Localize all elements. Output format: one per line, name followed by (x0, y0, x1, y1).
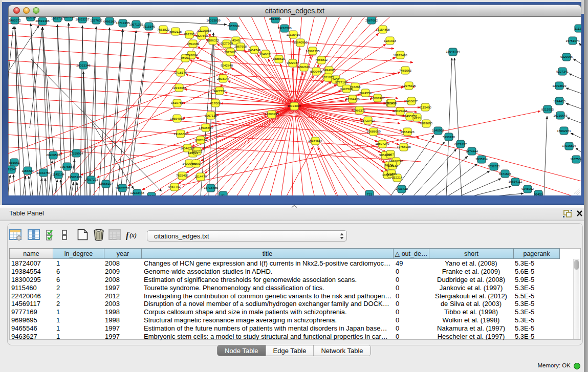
svg-text:1405572: 1405572 (9, 18, 21, 22)
svg-text:20053346: 20053346 (76, 63, 91, 67)
svg-text:1887834: 1887834 (194, 138, 207, 142)
svg-text:13535594: 13535594 (199, 126, 213, 129)
svg-text:18300295: 18300295 (265, 112, 279, 116)
svg-text:733: 733 (367, 192, 373, 195)
svg-text:7485063: 7485063 (399, 69, 412, 72)
svg-text:16033809: 16033809 (206, 18, 221, 22)
svg-text:7515546: 7515546 (143, 25, 156, 28)
svg-text:9844: 9844 (413, 116, 421, 119)
svg-text:903814: 903814 (26, 17, 36, 19)
svg-text:9327508: 9327508 (221, 41, 233, 45)
svg-text:1156829: 1156829 (21, 169, 34, 172)
svg-text:915132: 915132 (387, 164, 398, 167)
svg-text:188222: 188222 (192, 149, 203, 153)
svg-text:15692971: 15692971 (557, 129, 571, 133)
svg-text:18724007: 18724007 (287, 104, 301, 107)
svg-text:9245: 9245 (148, 194, 155, 195)
svg-text:20364436: 20364436 (345, 97, 360, 101)
svg-text:18654932: 18654932 (170, 117, 184, 120)
svg-text:8215955: 8215955 (541, 107, 554, 111)
svg-text:15751074: 15751074 (565, 39, 580, 42)
svg-text:10654112: 10654112 (508, 180, 522, 183)
svg-text:1244415: 1244415 (553, 99, 566, 103)
svg-text:9463627: 9463627 (405, 99, 418, 103)
svg-text:8454749: 8454749 (248, 48, 261, 52)
svg-text:3624554: 3624554 (359, 91, 372, 95)
svg-text:16782759: 16782759 (115, 186, 129, 190)
svg-text:8813054: 8813054 (269, 17, 282, 20)
svg-text:1527602: 1527602 (90, 18, 103, 22)
svg-text:1167534: 1167534 (570, 157, 581, 161)
svg-text:8186323: 8186323 (207, 38, 220, 42)
svg-text:9115460: 9115460 (419, 105, 431, 109)
svg-text:19218506: 19218506 (277, 26, 292, 30)
svg-text:16210643: 16210643 (553, 114, 568, 117)
svg-text:8471676: 8471676 (499, 172, 512, 176)
svg-text:252214: 252214 (392, 176, 403, 179)
svg-text:9457791: 9457791 (168, 185, 181, 188)
svg-text:1914479: 1914479 (194, 174, 207, 178)
svg-text:9245052: 9245052 (521, 187, 534, 190)
svg-text:1221313: 1221313 (384, 39, 397, 42)
svg-text:81: 81 (222, 193, 225, 195)
svg-text:6879197: 6879197 (454, 142, 467, 146)
svg-text:10025438: 10025438 (393, 109, 407, 113)
svg-text:9227341: 9227341 (556, 70, 569, 73)
svg-text:2803144: 2803144 (217, 77, 230, 80)
svg-text:6497508: 6497508 (340, 87, 353, 91)
svg-text:10973493: 10973493 (393, 53, 407, 57)
svg-text:15716485: 15716485 (204, 186, 218, 189)
svg-text:9427552: 9427552 (213, 89, 226, 93)
svg-text:7955812: 7955812 (315, 58, 328, 61)
svg-text:817006: 817006 (210, 101, 221, 105)
svg-text:7986372: 7986372 (353, 108, 366, 112)
svg-text:13226058: 13226058 (197, 29, 211, 32)
svg-text:6899695: 6899695 (420, 121, 433, 125)
svg-text:3267130: 3267130 (205, 114, 217, 117)
svg-text:19384554: 19384554 (308, 139, 322, 142)
svg-text:10975867: 10975867 (60, 165, 74, 168)
svg-text:7032621: 7032621 (488, 164, 500, 168)
svg-text:1654339: 1654339 (187, 42, 200, 46)
svg-text:5938928: 5938928 (443, 135, 455, 139)
svg-text:12942757: 12942757 (36, 171, 51, 174)
svg-text:9474444: 9474444 (466, 149, 478, 153)
svg-text:9146821: 9146821 (259, 52, 272, 56)
svg-text:16648784: 16648784 (446, 50, 460, 53)
svg-text:10719155: 10719155 (116, 21, 130, 25)
svg-text:9327509: 9327509 (195, 34, 208, 37)
svg-text:6494028: 6494028 (323, 68, 336, 72)
svg-text:391547: 391547 (8, 167, 17, 171)
svg-text:64891: 64891 (191, 162, 201, 165)
svg-text:9242848: 9242848 (221, 63, 233, 67)
svg-text:7357224: 7357224 (227, 24, 240, 28)
svg-text:4546: 4546 (232, 38, 239, 42)
svg-text:6466160: 6466160 (103, 19, 116, 23)
svg-text:724851: 724851 (386, 172, 397, 176)
svg-text:891295: 891295 (184, 32, 195, 36)
svg-text:2718176: 2718176 (175, 71, 187, 74)
svg-text:16120746: 16120746 (389, 159, 403, 163)
svg-text:1610755: 1610755 (171, 101, 184, 104)
svg-text:8860128: 8860128 (169, 30, 182, 33)
svg-text:7625402: 7625402 (176, 173, 189, 177)
svg-text:7663822: 7663822 (157, 28, 170, 31)
svg-text:18807249: 18807249 (375, 142, 389, 145)
svg-text:9329966: 9329966 (560, 55, 573, 58)
svg-text:835061: 835061 (9, 161, 20, 164)
svg-text:1640954: 1640954 (432, 128, 445, 132)
svg-text:1093731: 1093731 (51, 17, 64, 20)
svg-text:10756928: 10756928 (397, 145, 411, 148)
svg-text:19166827: 19166827 (173, 132, 188, 136)
svg-text:12975115: 12975115 (402, 84, 416, 87)
svg-text:17957223: 17957223 (84, 178, 98, 181)
svg-text:12923448: 12923448 (130, 191, 144, 194)
svg-text:20206576: 20206576 (46, 153, 60, 157)
svg-text:19654923: 19654923 (400, 130, 415, 134)
svg-text:11325419: 11325419 (286, 33, 300, 36)
svg-text:16961755: 16961755 (306, 49, 320, 53)
svg-text:92450: 92450 (534, 192, 543, 195)
svg-text:11120: 11120 (575, 27, 581, 30)
svg-text:12093822: 12093822 (552, 84, 567, 87)
svg-text:10807487: 10807487 (371, 96, 385, 100)
